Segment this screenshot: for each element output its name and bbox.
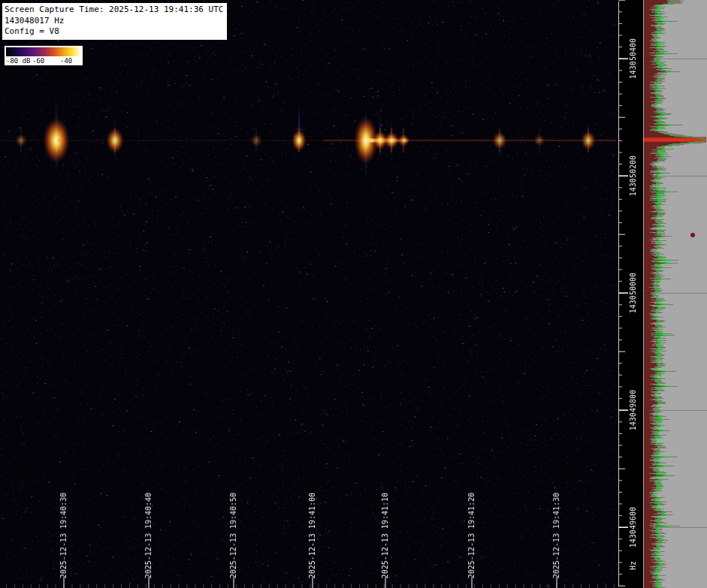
time-axis-label: 2025-12-13 19:41:30 [552,493,560,578]
time-axis-label: 2025-12-13 19:40:30 [59,493,68,578]
center-frequency-text: 143048017 Hz [5,16,223,27]
frequency-axis-label: 143050200 [629,155,637,196]
frequency-axis-label: 143049600 [629,507,637,547]
color-scale-gradient [6,47,81,56]
color-scale-labels: -80 dB -60 -40 [6,56,81,65]
color-scale-legend: -80 dB -60 -40 [5,46,83,65]
capture-time-text: Screen Capture Time: 2025-12-13 19:41:36… [5,5,223,16]
time-axis-label: 2025-12-13 19:40:50 [229,493,237,578]
time-axis-label: 2025-12-13 19:40:40 [144,493,153,578]
spectrogram-canvas [0,0,707,588]
db-label-mid: -60 [32,57,44,65]
db-label-max: -40 [60,57,72,65]
capture-info-box: Screen Capture Time: 2025-12-13 19:41:36… [2,3,227,40]
frequency-axis-label: 143049800 [629,390,637,430]
spectrogram-app-window: Screen Capture Time: 2025-12-13 19:41:36… [0,0,707,588]
db-label-min: -80 dB [6,57,31,65]
config-text: Config = V8 [5,26,223,38]
time-axis-label: 2025-12-13 19:41:20 [467,493,476,578]
frequency-unit-label: Hz [629,561,637,570]
time-axis-label: 2025-12-13 19:41:00 [308,493,316,578]
time-axis-label: 2025-12-13 19:41:10 [381,493,389,578]
frequency-axis-label: 143050400 [629,38,637,79]
frequency-axis-label: 143050000 [629,273,637,313]
